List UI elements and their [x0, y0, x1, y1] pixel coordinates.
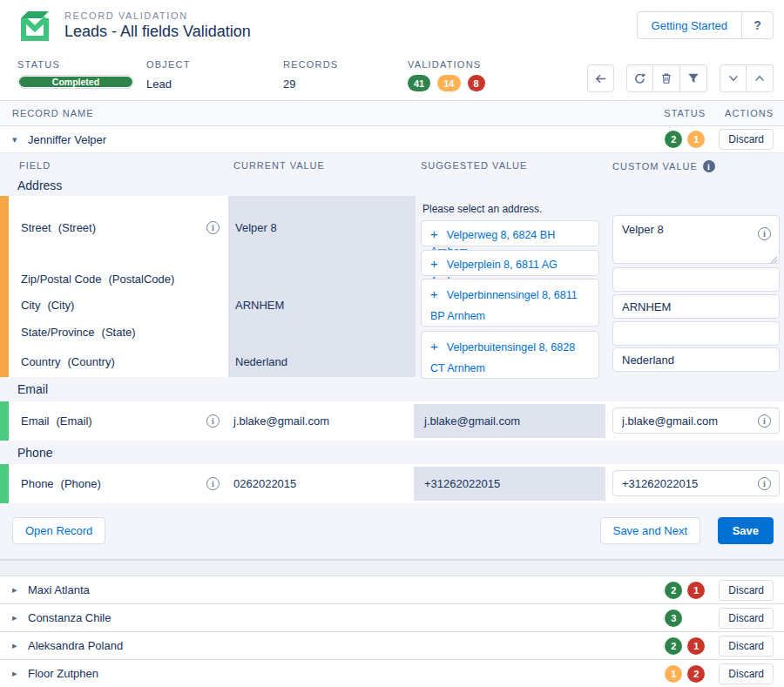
- help-button[interactable]: ?: [742, 11, 774, 39]
- city-current-value: ARNHEM: [235, 299, 284, 312]
- address-current-value-column: Velper 8 ARNHEM Nederland: [228, 196, 416, 377]
- trash-icon: [660, 72, 672, 84]
- summary-bar: STATUS Completed OBJECT Lead RECORDS 29 …: [0, 51, 784, 101]
- email-custom-input[interactable]: [612, 407, 780, 434]
- address-section-title: Address: [0, 175, 784, 196]
- record-name: Aleksandra Poland: [28, 639, 665, 652]
- expand-all-button[interactable]: [747, 64, 774, 92]
- expand-record-icon[interactable]: [12, 668, 24, 679]
- suggested-address-option-3[interactable]: Velperbinnensingel 8, 6811 BP Arnhem: [421, 279, 599, 327]
- panel-gap: [0, 560, 784, 576]
- custom-value-column-header: CUSTOM VALUE: [612, 161, 698, 172]
- status-column-header: STATUS: [664, 108, 706, 118]
- address-field-group: Street(Street) Zip/Postal Code(PostalCod…: [0, 196, 784, 377]
- save-button[interactable]: Save: [718, 517, 774, 544]
- expand-record-icon[interactable]: [12, 612, 24, 623]
- record-row-constanza-chile[interactable]: Constanza Chile 3 Discard: [0, 603, 784, 631]
- open-record-button[interactable]: Open Record: [12, 517, 105, 544]
- chevron-up-icon: [754, 72, 766, 84]
- record-success-badge: 2: [665, 131, 682, 148]
- detail-footer: Open Record Save and Next Save: [0, 503, 784, 561]
- phone-suggested-value: +31262022015: [414, 467, 605, 501]
- record-detail-panel: FIELD CURRENT VALUE SUGGESTED VALUE CUST…: [0, 152, 784, 560]
- record-success-badge: 2: [665, 637, 682, 655]
- collapse-all-button[interactable]: [720, 64, 747, 92]
- state-custom-input[interactable]: [612, 321, 780, 346]
- expand-record-icon[interactable]: [12, 640, 24, 651]
- record-name: Floor Zutphen: [28, 667, 665, 680]
- address-custom-value-column: Velper 8: [612, 196, 780, 377]
- validations-success-badge: 41: [408, 75, 430, 91]
- field-table-header: FIELD CURRENT VALUE SUGGESTED VALUE CUST…: [0, 153, 784, 175]
- phone-section-title: Phone: [0, 441, 784, 464]
- phone-custom-info-icon[interactable]: [758, 477, 771, 490]
- suggested-address-option-1[interactable]: Velperweg 8, 6824 BH Arnhem: [421, 220, 599, 246]
- postal-code-custom-input[interactable]: [612, 267, 780, 292]
- validations-error-badge: 8: [468, 75, 485, 91]
- phone-custom-input[interactable]: [612, 470, 780, 496]
- street-field-label: Street(Street): [21, 221, 96, 234]
- country-custom-input[interactable]: [612, 347, 780, 372]
- app-logo-icon: [17, 8, 52, 43]
- record-name: Jenniffer Velper: [28, 133, 665, 146]
- back-button[interactable]: [587, 64, 614, 92]
- record-error-badge: 1: [687, 637, 705, 655]
- street-current-value: Velper 8: [235, 221, 277, 234]
- expand-record-icon[interactable]: [12, 584, 24, 596]
- custom-value-info-icon[interactable]: [703, 160, 715, 172]
- email-custom-info-icon[interactable]: [758, 414, 771, 428]
- discard-button[interactable]: Discard: [719, 663, 774, 684]
- textarea-resize-handle[interactable]: [770, 256, 778, 264]
- street-custom-info-icon[interactable]: [758, 227, 771, 240]
- record-name: Constanza Chile: [28, 611, 665, 624]
- status-progress-value: Completed: [19, 77, 132, 87]
- email-info-icon[interactable]: [206, 414, 220, 428]
- discard-button[interactable]: Discard: [719, 636, 774, 657]
- discard-button[interactable]: Discard: [719, 608, 774, 629]
- country-current-value: Nederland: [235, 355, 287, 368]
- refresh-button[interactable]: [626, 64, 653, 92]
- street-custom-input[interactable]: Velper 8: [612, 215, 780, 264]
- city-custom-input[interactable]: [612, 294, 780, 319]
- refresh-icon: [633, 72, 646, 85]
- page-title: Leads - All fields Validation: [64, 23, 637, 41]
- record-warning-badge: 1: [687, 131, 705, 148]
- country-field-label: Country(Country): [21, 355, 115, 368]
- filter-icon: [687, 72, 700, 84]
- record-row-floor-zutphen[interactable]: Floor Zutphen 1 2 Discard: [0, 659, 784, 687]
- back-arrow-icon: [594, 72, 607, 85]
- status-label: STATUS: [17, 59, 134, 70]
- email-suggested-value: j.blake@gmail.com: [414, 404, 605, 438]
- phone-field-label: Phone(Phone): [21, 477, 101, 490]
- phone-success-accent-bar: [0, 464, 9, 503]
- field-column-header: FIELD: [19, 160, 51, 171]
- delete-button[interactable]: [653, 64, 680, 92]
- phone-info-icon[interactable]: [206, 477, 220, 490]
- address-suggested-column: Please select an address. Velperweg 8, 6…: [421, 196, 605, 377]
- street-info-icon[interactable]: [206, 221, 220, 234]
- record-row-maxi-atlanta[interactable]: Maxi Atlanta 2 1 Discard: [0, 576, 784, 603]
- discard-button[interactable]: Discard: [719, 129, 774, 150]
- suggested-address-option-4[interactable]: Velperbuitensingel 8, 6828 CT Arnhem: [421, 331, 599, 379]
- filter-button[interactable]: [680, 64, 707, 92]
- validations-label: VALIDATIONS: [408, 59, 485, 70]
- save-and-next-button[interactable]: Save and Next: [600, 517, 700, 544]
- add-icon: [430, 259, 447, 271]
- top-bar: RECORD VALIDATION Leads - All fields Val…: [0, 0, 784, 51]
- record-row-aleksandra-poland[interactable]: Aleksandra Poland 2 1 Discard: [0, 631, 784, 659]
- getting-started-button[interactable]: Getting Started: [637, 11, 742, 39]
- discard-button[interactable]: Discard: [719, 580, 774, 601]
- suggested-address-option-2[interactable]: Velperplein 8, 6811 AG Arnhem: [421, 250, 599, 276]
- collapse-record-icon[interactable]: [12, 134, 24, 145]
- record-row-jenniffer-velper[interactable]: Jenniffer Velper 2 1 Discard: [0, 126, 784, 152]
- add-icon: [430, 229, 447, 241]
- phone-current-value: 0262022015: [233, 477, 296, 490]
- city-field-label: City(City): [21, 299, 74, 312]
- object-label: OBJECT: [146, 59, 191, 70]
- email-success-accent-bar: [0, 401, 9, 441]
- record-success-badge: 2: [665, 582, 682, 599]
- toolbar: [587, 64, 774, 92]
- records-label: RECORDS: [283, 59, 338, 70]
- validations-warning-badge: 14: [437, 75, 460, 91]
- phone-field-row: Phone(Phone) 0262022015 +31262022015: [0, 464, 784, 503]
